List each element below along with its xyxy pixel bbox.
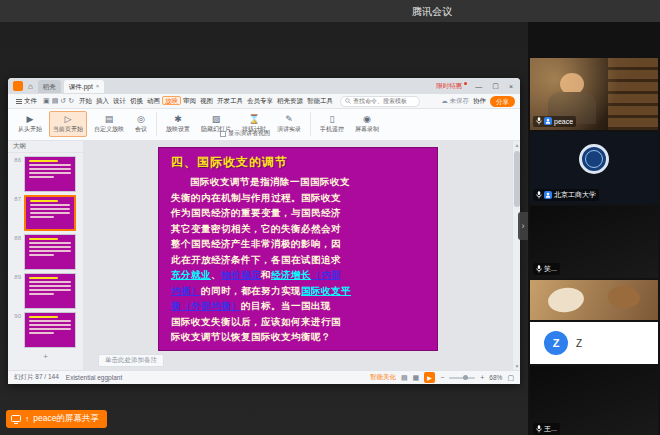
menu-items: 开始插入设计切换动画放映审阅视图开发工具会员专享稻壳资源智能工具 xyxy=(77,97,335,106)
tab-document-label: 课件.ppt xyxy=(69,80,93,93)
slide-number: 90 xyxy=(12,312,21,319)
screen-share-banner[interactable]: ↑ peace的屏幕共享 xyxy=(6,410,107,428)
collab-button[interactable]: 协作 xyxy=(473,97,486,106)
mic-icon xyxy=(536,265,542,274)
menu-item[interactable]: 开发工具 xyxy=(215,97,245,104)
tab-docer[interactable]: 稻壳 xyxy=(38,80,61,93)
play-slideshow-button[interactable]: ▶ xyxy=(424,372,435,383)
presenter-view-checkbox[interactable]: 显示演讲者视图 xyxy=(220,129,270,138)
slide-thumbnail[interactable]: 88 xyxy=(12,234,79,270)
file-menu-button[interactable]: 文件 xyxy=(13,97,40,106)
person-badge-icon xyxy=(544,117,552,126)
slide-text-line: 国际收支调节是指消除一国国际收支 xyxy=(171,174,425,190)
slide-text-line: 均衡）的同时，都在努力实现国际收支平 xyxy=(171,283,425,299)
menu-item[interactable]: 会员专享 xyxy=(245,97,275,104)
ribbon-record-speech-button[interactable]: ✎ 演讲实录 xyxy=(273,111,305,137)
ribbon-screen-record-button[interactable]: ◉ 屏幕录制 xyxy=(351,111,383,137)
slide-sorter-icon[interactable]: ▦ xyxy=(413,374,420,382)
ribbon-settings-button[interactable]: ✱ 放映设置 xyxy=(162,111,194,137)
slideshow-ribbon: ▶ 从头开始 ▷ 当前页开始 ▤ 自定义放映 ◎ 会议 ✱ 放映设置 ▨ 隐藏幻… xyxy=(8,109,520,141)
mic-icon xyxy=(536,117,542,126)
ribbon-play-button[interactable]: ▶ 从头开始 xyxy=(14,111,46,137)
command-search[interactable] xyxy=(340,96,420,107)
normal-view-icon[interactable]: ▤ xyxy=(401,374,408,382)
zoom-out-icon[interactable]: − xyxy=(440,374,444,381)
participant-label: 北京工商大学 xyxy=(533,189,599,201)
home-tab-icon[interactable]: ⌂ xyxy=(26,82,35,91)
slide-text-segment: 国际收支调节是指消除一国国际收支 xyxy=(190,176,350,187)
slide-thumbnail[interactable]: 86 xyxy=(12,156,79,192)
participant-video-tile[interactable]: Z Z xyxy=(530,322,658,364)
sidebar-collapse-button[interactable]: › xyxy=(518,212,528,240)
menu-item[interactable]: 智能工具 xyxy=(305,97,335,104)
slide-text-segment: 其它变量密切相关，它的失衡必然会对 xyxy=(171,223,341,234)
menu-item[interactable]: 开始 xyxy=(77,97,94,104)
zoom-slider[interactable] xyxy=(449,377,475,379)
share-button[interactable]: 分享 xyxy=(490,96,515,107)
tab-document[interactable]: 课件.ppt × xyxy=(64,80,104,93)
fit-screen-icon[interactable]: ▢ xyxy=(507,374,514,382)
menu-item[interactable]: 切换 xyxy=(128,97,145,104)
scrollbar-thumb[interactable] xyxy=(514,151,520,207)
slide-text-segment: 充分就业 xyxy=(171,269,211,280)
ribbon-separator xyxy=(156,112,157,136)
mic-icon xyxy=(536,191,542,200)
add-slide-button[interactable]: + xyxy=(40,352,52,361)
ribbon-button-icon: ⌛ xyxy=(248,114,259,124)
slide-thumbnail[interactable]: 89 xyxy=(12,273,79,309)
scroll-up-icon[interactable]: ▲ xyxy=(513,142,521,148)
search-input[interactable] xyxy=(353,98,415,104)
ribbon-button-icon: ▷ xyxy=(65,114,72,124)
ribbon-button-label: 放映设置 xyxy=(166,125,190,134)
save-icon[interactable]: ▣ xyxy=(42,97,51,104)
participant-video-tile[interactable]: 王... xyxy=(530,366,658,435)
ribbon-button-label: 自定义放映 xyxy=(94,125,124,134)
scroll-down-icon[interactable]: ▼ xyxy=(513,363,521,369)
close-icon[interactable]: × xyxy=(507,83,515,90)
slide-editing-area: 四、国际收支的调节 国际收支调节是指消除一国国际收支失衡的内在机制与作用过程。国… xyxy=(84,141,512,370)
slide-thumbnail[interactable]: 87 xyxy=(12,195,79,231)
participant-name: 笑... xyxy=(544,264,557,274)
menu-item[interactable]: 插入 xyxy=(94,97,111,104)
menu-item[interactable]: 审阅 xyxy=(181,97,198,104)
participant-video-tile[interactable] xyxy=(530,280,658,320)
redo-icon[interactable]: ↻ xyxy=(67,97,75,104)
ribbon-button-icon: ◎ xyxy=(137,114,145,124)
panel-tab-outline[interactable]: 大纲 xyxy=(8,141,83,153)
undo-icon[interactable]: ↺ xyxy=(59,97,67,104)
ribbon-meeting-button[interactable]: ◎ 会议 xyxy=(131,111,151,137)
menu-item[interactable]: 稻壳资源 xyxy=(275,97,305,104)
menu-item[interactable]: 设计 xyxy=(111,97,128,104)
slide-text-segment: 的目标。当一国出现 xyxy=(241,300,331,311)
current-slide[interactable]: 四、国际收支的调节 国际收支调节是指消除一国国际收支失衡的内在机制与作用过程。国… xyxy=(158,147,438,351)
screen-share-stage: ⌂ 稻壳 课件.ppt × 限时特惠 — ▢ × 文件 xyxy=(0,22,528,435)
participant-video-tile[interactable]: 北京工商大学 xyxy=(530,132,658,204)
ribbon-separator xyxy=(310,112,311,136)
slide-text-line: 整个国民经济产生非常消极的影响，因 xyxy=(171,236,425,252)
up-arrow-icon: ↑ xyxy=(25,414,29,424)
ribbon-button-icon: ▤ xyxy=(105,114,114,124)
maximize-icon[interactable]: ▢ xyxy=(490,82,501,90)
slide-thumbnail[interactable]: 90 xyxy=(12,312,79,348)
zoom-in-icon[interactable]: + xyxy=(480,374,484,381)
promo-badge[interactable]: 限时特惠 xyxy=(436,82,467,91)
slide-text-segment: 物价稳定 xyxy=(221,269,261,280)
close-tab-icon[interactable]: × xyxy=(96,80,100,93)
menu-item[interactable]: 放映 xyxy=(162,96,181,105)
ribbon-phone-button[interactable]: ▯ 手机遥控 xyxy=(316,111,348,137)
slide-body-text: 国际收支调节是指消除一国国际收支失衡的内在机制与作用过程。国际收支作为国民经济的… xyxy=(171,174,425,345)
participant-video-tile[interactable]: peace xyxy=(530,58,658,130)
slide-text-line: 此在开放经济条件下，各国在试图追求 xyxy=(171,252,425,268)
participant-avatar-row: Z Z xyxy=(530,322,658,364)
add-notes-button[interactable]: 单击此处添加备注 xyxy=(98,354,164,367)
minimize-icon[interactable]: — xyxy=(473,83,484,90)
print-icon[interactable]: ▤ xyxy=(51,97,60,104)
participant-video-tile[interactable]: 笑... xyxy=(530,206,658,278)
menu-item[interactable]: 视图 xyxy=(198,97,215,104)
participant-name: 北京工商大学 xyxy=(554,190,596,200)
ribbon-play-current-button[interactable]: ▷ 当前页开始 xyxy=(49,111,87,137)
vertical-scrollbar[interactable]: ▲ ▼ xyxy=(512,141,520,370)
menu-item[interactable]: 动画 xyxy=(145,97,162,104)
ribbon-custom-button[interactable]: ▤ 自定义放映 xyxy=(90,111,128,137)
smart-beautify-button[interactable]: 智能美化 xyxy=(370,373,396,382)
